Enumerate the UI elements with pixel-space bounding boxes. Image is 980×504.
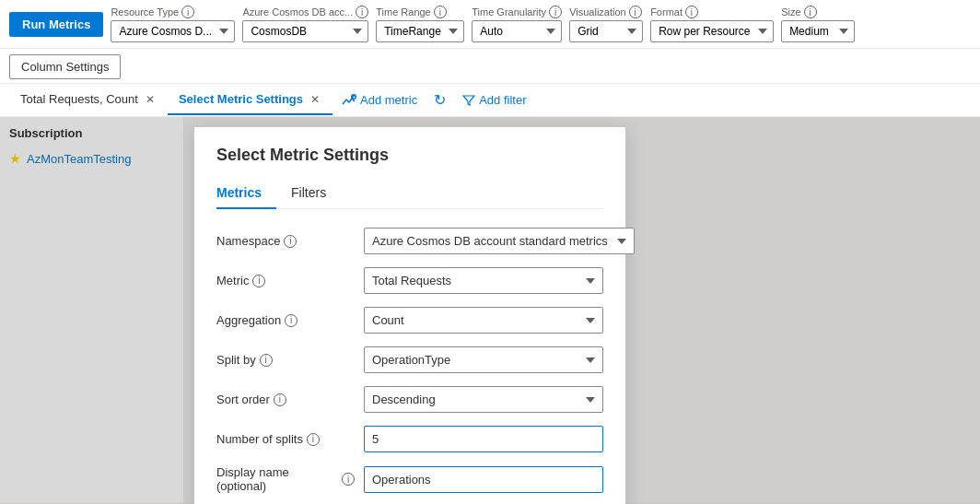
time-range-select[interactable]: TimeRange (376, 20, 464, 42)
metric-label: Metric i (216, 274, 355, 287)
format-label: Format i (650, 6, 774, 18)
visualization-info-icon[interactable]: i (629, 6, 642, 18)
namespace-select[interactable]: Azure Cosmos DB account standard metrics (364, 228, 635, 254)
metric-row: Metric i Total Requests (216, 267, 603, 294)
add-filter-icon (462, 94, 475, 107)
svg-text:+: + (353, 94, 356, 100)
size-label: Size i (781, 6, 855, 18)
top-bar: Run Metrics Resource Type i Azure Cosmos… (0, 0, 980, 49)
resource-type-label: Resource Type i (111, 6, 235, 18)
granularity-label: Time Granularity i (472, 6, 562, 18)
display-name-input[interactable] (364, 466, 603, 493)
metric-info-icon[interactable]: i (252, 275, 265, 287)
resource-type-select[interactable]: Azure Cosmos D... (111, 20, 235, 42)
size-info-icon[interactable]: i (804, 6, 817, 18)
cosmos-db-select[interactable]: CosmosDB (242, 20, 368, 42)
size-select[interactable]: Medium (781, 20, 855, 42)
tab-total-requests-close[interactable]: ✕ (144, 93, 157, 106)
namespace-info-icon[interactable]: i (284, 235, 297, 248)
size-group: Size i Medium (781, 6, 855, 42)
format-select[interactable]: Row per Resource (650, 20, 774, 42)
split-by-label: Split by i (216, 353, 355, 367)
aggregation-label: Aggregation i (216, 313, 355, 327)
resource-type-info-icon[interactable]: i (181, 6, 194, 18)
tab-select-metric-close[interactable]: ✕ (309, 93, 321, 106)
namespace-row: Namespace i Azure Cosmos DB account stan… (216, 228, 603, 254)
refresh-button[interactable]: ↻ (426, 84, 453, 116)
column-settings-bar: Column Settings (0, 49, 980, 84)
add-metric-button[interactable]: + Add metric (332, 86, 426, 115)
display-name-row: Display name (optional) i (216, 465, 603, 493)
granularity-info-icon[interactable]: i (549, 6, 562, 18)
display-name-label: Display name (optional) i (216, 465, 355, 493)
run-metrics-button[interactable]: Run Metrics (9, 12, 103, 37)
sort-order-info-icon[interactable]: i (274, 393, 286, 406)
sort-order-label: Sort order i (216, 393, 355, 406)
metric-select[interactable]: Total Requests (364, 267, 603, 294)
split-by-select[interactable]: OperationType (364, 346, 603, 373)
num-splits-input[interactable] (364, 426, 603, 452)
cosmos-db-label: Azure Cosmos DB acc... i (242, 6, 368, 18)
tabs-bar: Total Requests, Count ✕ Select Metric Se… (0, 84, 980, 117)
add-metric-icon: + (342, 93, 356, 108)
modal-tab-filters[interactable]: Filters (291, 180, 341, 209)
split-by-row: Split by i OperationType (216, 346, 603, 373)
modal-tab-metrics[interactable]: Metrics (216, 180, 276, 209)
cosmos-db-group: Azure Cosmos DB acc... i CosmosDB (242, 6, 368, 42)
format-info-icon[interactable]: i (685, 6, 698, 18)
sort-order-select[interactable]: Descending (364, 386, 603, 413)
tab-total-requests[interactable]: Total Requests, Count ✕ (9, 85, 168, 115)
tab-select-metric[interactable]: Select Metric Settings ✕ (168, 85, 332, 115)
format-group: Format i Row per Resource (650, 6, 774, 42)
aggregation-row: Aggregation i Count (216, 307, 603, 334)
time-range-label: Time Range i (376, 6, 464, 18)
split-by-info-icon[interactable]: i (260, 354, 273, 367)
resource-type-group: Resource Type i Azure Cosmos D... (111, 6, 235, 42)
tab-total-requests-label: Total Requests, Count (20, 92, 138, 106)
modal-title: Select Metric Settings (216, 146, 603, 165)
visualization-label: Visualization i (569, 6, 643, 18)
main-content: Subscription ★ AzMonTeamTesting Select M… (0, 117, 980, 504)
cosmos-db-info-icon[interactable]: i (356, 6, 368, 18)
granularity-group: Time Granularity i Auto (472, 6, 562, 42)
display-name-info-icon[interactable]: i (342, 473, 355, 486)
time-range-group: Time Range i TimeRange (376, 6, 464, 42)
num-splits-row: Number of splits i (216, 426, 603, 452)
add-metric-label: Add metric (360, 93, 417, 107)
aggregation-info-icon[interactable]: i (285, 314, 298, 327)
select-metric-modal: Select Metric Settings Metrics Filters N… (193, 126, 626, 504)
column-settings-button[interactable]: Column Settings (9, 54, 121, 79)
add-filter-label: Add filter (479, 93, 526, 107)
visualization-select[interactable]: Grid (569, 20, 643, 42)
num-splits-info-icon[interactable]: i (307, 433, 320, 446)
tab-select-metric-label: Select Metric Settings (179, 92, 303, 106)
add-filter-button[interactable]: Add filter (453, 86, 535, 114)
modal-tabs: Metrics Filters (216, 180, 603, 209)
time-range-info-icon[interactable]: i (434, 6, 447, 18)
granularity-select[interactable]: Auto (472, 20, 562, 42)
aggregation-select[interactable]: Count (364, 307, 603, 334)
namespace-label: Namespace i (216, 234, 355, 248)
num-splits-label: Number of splits i (216, 432, 355, 446)
sort-order-row: Sort order i Descending (216, 386, 603, 413)
visualization-group: Visualization i Grid (569, 6, 643, 42)
